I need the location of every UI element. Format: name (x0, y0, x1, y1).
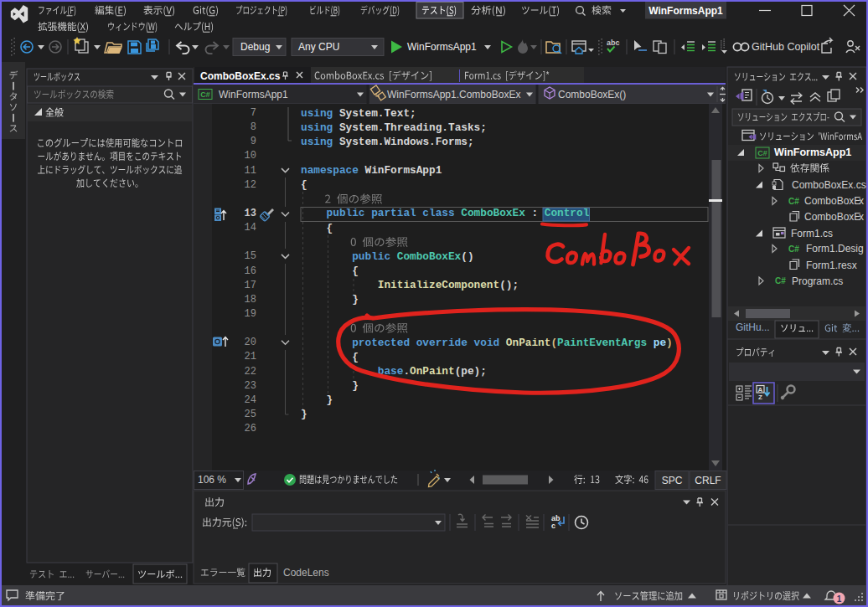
svg-text:pe: pe (654, 337, 667, 349)
svg-text:WinFormsApp1: WinFormsApp1 (648, 5, 723, 17)
svg-text:11: 11 (245, 165, 256, 177)
svg-text:class: class (422, 207, 454, 219)
svg-text:21: 21 (245, 351, 256, 363)
svg-text:WinFormsApp1: WinFormsApp1 (219, 89, 288, 100)
svg-text:System.Text;: System.Text; (333, 107, 416, 120)
svg-text:override: override (416, 337, 468, 349)
svg-text:C#: C# (788, 197, 799, 206)
svg-text:12: 12 (245, 179, 256, 191)
svg-text:c: c (551, 522, 555, 530)
svg-text:{: { (352, 265, 359, 277)
svg-text:1: 1 (837, 594, 842, 604)
svg-text:(): () (461, 250, 473, 263)
svg-text:C#: C# (757, 149, 767, 157)
svg-text:22: 22 (245, 366, 256, 378)
svg-text:abc: abc (607, 39, 620, 47)
svg-text:protected: protected (352, 337, 410, 349)
svg-text:Z: Z (758, 394, 762, 401)
svg-text:106 %: 106 % (198, 474, 226, 486)
svg-text:C#: C# (788, 244, 799, 254)
svg-text:using: using (301, 121, 333, 134)
svg-text:WinFormsApp1: WinFormsApp1 (774, 147, 851, 158)
svg-text:void: void (474, 337, 500, 349)
svg-text:7: 7 (251, 107, 256, 119)
svg-text:}: } (301, 408, 307, 420)
svg-text:9: 9 (251, 136, 256, 147)
svg-text:x: x (859, 211, 864, 223)
svg-text:ComboBoxEx: ComboBoxEx (397, 250, 462, 263)
svg-text:ComboBoxEx: ComboBoxEx (461, 207, 525, 219)
svg-text:Program.cs: Program.cs (792, 275, 843, 287)
svg-text:();: (); (499, 279, 519, 291)
svg-text:ComboBoxE: ComboBoxE (804, 195, 860, 207)
svg-text:26: 26 (245, 423, 256, 435)
svg-text:partial: partial (371, 207, 416, 219)
svg-text:System.Threading.Tasks;: System.Threading.Tasks; (333, 121, 487, 134)
svg-text:ComboBoxE: ComboBoxE (804, 211, 860, 223)
svg-text:Form1.cs: Form1.cs (791, 228, 833, 239)
svg-text:namespace: namespace (301, 164, 359, 177)
svg-text:24: 24 (245, 394, 256, 406)
svg-text:CodeLens: CodeLens (283, 567, 329, 579)
svg-text:using: using (301, 136, 333, 148)
svg-text:x: x (859, 195, 864, 207)
svg-text:20: 20 (245, 337, 256, 348)
svg-text:ComboBoxEx(): ComboBoxEx() (558, 89, 626, 100)
svg-text:{: { (352, 351, 359, 363)
svg-text:WinFormsApp1.ComboBoxEx: WinFormsApp1.ComboBoxEx (387, 89, 520, 100)
svg-text:OnPaint: OnPaint (410, 365, 455, 378)
svg-text:}: } (352, 379, 359, 392)
svg-text:}: } (327, 394, 333, 406)
svg-text:OnPaint: OnPaint (506, 337, 551, 349)
svg-text:19: 19 (245, 308, 256, 320)
svg-text:System.Windows.Forms;: System.Windows.Forms; (333, 136, 473, 148)
svg-text:C#: C# (775, 276, 786, 285)
svg-text:Debug: Debug (240, 41, 270, 53)
svg-text:17: 17 (245, 280, 256, 291)
svg-text:16: 16 (245, 265, 256, 277)
svg-text:13: 13 (245, 208, 256, 219)
svg-text:Any CPU: Any CPU (298, 41, 339, 53)
svg-text:CRLF: CRLF (695, 475, 721, 486)
svg-text:WinFormsApp1: WinFormsApp1 (359, 164, 442, 177)
svg-text:23: 23 (245, 380, 256, 392)
svg-text:public: public (352, 250, 390, 263)
svg-text:);: ); (474, 365, 487, 378)
svg-text:SPC: SPC (662, 475, 683, 486)
svg-text:{: { (301, 178, 307, 191)
svg-text:Control: Control (545, 207, 590, 219)
svg-text::: : (531, 207, 538, 219)
svg-text:pe: pe (461, 365, 474, 378)
svg-text:public: public (327, 207, 365, 219)
svg-text:A: A (758, 386, 763, 394)
svg-text:GitHub Copilot: GitHub Copilot (752, 41, 820, 53)
svg-text:InitializeComponent: InitializeComponent (378, 279, 499, 291)
svg-text:using: using (301, 107, 333, 120)
svg-text:10: 10 (245, 150, 256, 162)
svg-text:18: 18 (245, 294, 256, 306)
svg-text:C#: C# (200, 90, 210, 99)
svg-text:ComboBoxEx.cs: ComboBoxEx.cs (792, 179, 866, 191)
svg-text:.: . (403, 365, 410, 378)
svg-text:Form1.Desig: Form1.Desig (806, 243, 864, 255)
svg-text:25: 25 (245, 409, 256, 420)
svg-text:(: ( (455, 365, 462, 378)
svg-text:ComboBoxEx.cs: ComboBoxEx.cs (200, 70, 281, 82)
svg-text:14: 14 (245, 222, 256, 234)
svg-text:{: { (327, 222, 333, 234)
svg-text:Form1.resx: Form1.resx (806, 260, 857, 271)
svg-text:8: 8 (251, 121, 256, 133)
svg-text:}: } (352, 293, 359, 306)
svg-text:PaintEventArgs: PaintEventArgs (557, 337, 647, 349)
svg-text:GitHu...: GitHu... (736, 322, 770, 333)
svg-text:15: 15 (245, 250, 256, 262)
svg-text:): ) (666, 337, 673, 349)
svg-text:WinFormsApp1: WinFormsApp1 (407, 41, 477, 53)
svg-text:(: ( (550, 337, 557, 349)
